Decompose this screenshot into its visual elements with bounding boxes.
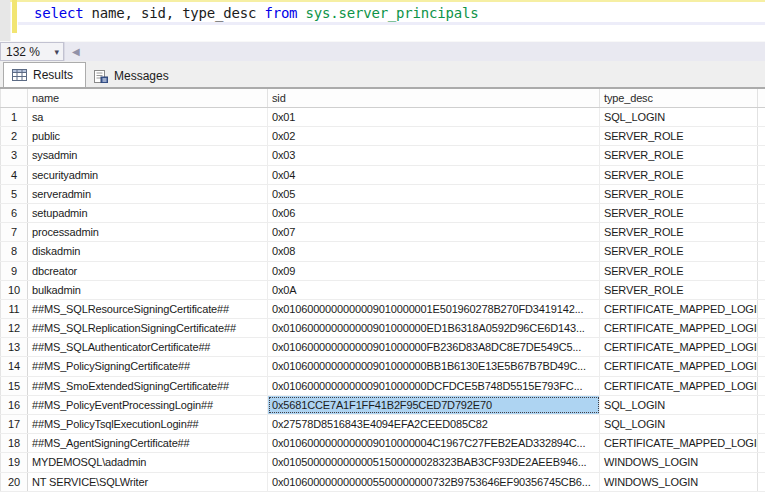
row-number[interactable]: 10 bbox=[0, 281, 28, 299]
cell-name[interactable]: securityadmin bbox=[28, 166, 268, 184]
cell-name[interactable]: ##MS_SmoExtendedSigningCertificate## bbox=[28, 377, 268, 395]
cell-type-desc[interactable]: SERVER_ROLE bbox=[600, 166, 758, 184]
cell-name[interactable]: ##MS_PolicySigningCertificate## bbox=[28, 357, 268, 375]
cell-sid[interactable]: 0x05 bbox=[268, 185, 600, 203]
sql-system-object: sys.server_principals bbox=[306, 5, 479, 21]
cell-type-desc[interactable]: CERTIFICATE_MAPPED_LOGIN bbox=[600, 377, 758, 395]
cell-name[interactable]: ##MS_PolicyTsqlExecutionLogin## bbox=[28, 415, 268, 433]
ssms-query-results-window: select name, sid, type_desc from sys.ser… bbox=[0, 0, 765, 492]
cell-name[interactable]: ##MS_SQLResourceSigningCertificate## bbox=[28, 300, 268, 318]
cell-type-desc[interactable]: CERTIFICATE_MAPPED_LOGIN bbox=[600, 357, 758, 375]
column-header-type-desc[interactable]: type_desc bbox=[600, 89, 758, 107]
table-row: 14##MS_PolicySigningCertificate##0x01060… bbox=[0, 357, 765, 376]
horizontal-scrollbar[interactable]: ◀ bbox=[64, 42, 765, 61]
row-number[interactable]: 2 bbox=[0, 127, 28, 145]
cell-sid[interactable]: 0x03 bbox=[268, 146, 600, 164]
cell-name[interactable]: processadmin bbox=[28, 223, 268, 241]
zoom-level-dropdown[interactable]: 132 % ▾ bbox=[0, 42, 64, 61]
cell-sid[interactable]: 0x010600000000000901000000ED1B6318A0592D… bbox=[268, 319, 600, 337]
cell-name[interactable]: ##MS_AgentSigningCertificate## bbox=[28, 434, 268, 452]
query-editor[interactable]: select name, sid, type_desc from sys.ser… bbox=[0, 0, 765, 41]
row-number[interactable]: 3 bbox=[0, 146, 28, 164]
cell-sid[interactable]: 0x09 bbox=[268, 262, 600, 280]
cell-name[interactable]: MYDEMOSQL\adadmin bbox=[28, 453, 268, 471]
cell-name[interactable]: public bbox=[28, 127, 268, 145]
cell-type-desc[interactable]: CERTIFICATE_MAPPED_LOGIN bbox=[600, 319, 758, 337]
row-number[interactable]: 18 bbox=[0, 434, 28, 452]
cell-type-desc[interactable]: SQL_LOGIN bbox=[600, 108, 758, 126]
cell-sid[interactable]: 0x010600000000000901000000BB1B6130E13E5B… bbox=[268, 357, 600, 375]
row-number[interactable]: 19 bbox=[0, 453, 28, 471]
row-number[interactable]: 7 bbox=[0, 223, 28, 241]
row-number[interactable]: 11 bbox=[0, 300, 28, 318]
select-all-corner[interactable] bbox=[0, 89, 28, 107]
cell-type-desc[interactable]: WINDOWS_LOGIN bbox=[600, 473, 758, 491]
tab-messages[interactable]: Messages bbox=[86, 65, 181, 87]
cell-type-desc[interactable]: SERVER_ROLE bbox=[600, 185, 758, 203]
cell-type-desc[interactable]: CERTIFICATE_MAPPED_LOGIN bbox=[600, 300, 758, 318]
table-row: 13##MS_SQLAuthenticatorCertificate##0x01… bbox=[0, 338, 765, 357]
cell-name[interactable]: ##MS_SQLReplicationSigningCertificate## bbox=[28, 319, 268, 337]
cell-sid[interactable]: 0x0A bbox=[268, 281, 600, 299]
row-number[interactable]: 1 bbox=[0, 108, 28, 126]
cell-sid[interactable]: 0x04 bbox=[268, 166, 600, 184]
scroll-left-icon[interactable]: ◀ bbox=[72, 47, 80, 57]
cell-sid[interactable]: 0x5681CCE7A1F1FF41B2F95CED7D792E70 bbox=[268, 396, 600, 414]
cell-sid[interactable]: 0x01 bbox=[268, 108, 600, 126]
cell-type-desc[interactable]: CERTIFICATE_MAPPED_LOGIN bbox=[600, 434, 758, 452]
row-number[interactable]: 6 bbox=[0, 204, 28, 222]
cell-sid[interactable]: 0x0106000000000009010000004C1967C27FEB2E… bbox=[268, 434, 600, 452]
sql-query-line[interactable]: select name, sid, type_desc from sys.ser… bbox=[34, 4, 478, 22]
cell-name[interactable]: diskadmin bbox=[28, 242, 268, 260]
cell-type-desc[interactable]: SERVER_ROLE bbox=[600, 281, 758, 299]
cell-name[interactable]: NT SERVICE\SQLWriter bbox=[28, 473, 268, 491]
cell-name[interactable]: dbcreator bbox=[28, 262, 268, 280]
row-number[interactable]: 4 bbox=[0, 166, 28, 184]
cell-type-desc[interactable]: CERTIFICATE_MAPPED_LOGIN bbox=[600, 338, 758, 356]
row-number[interactable]: 8 bbox=[0, 242, 28, 260]
row-number[interactable]: 14 bbox=[0, 357, 28, 375]
cell-name[interactable]: ##MS_SQLAuthenticatorCertificate## bbox=[28, 338, 268, 356]
cell-type-desc[interactable]: SERVER_ROLE bbox=[600, 204, 758, 222]
table-row: 7processadmin0x07SERVER_ROLE bbox=[0, 223, 765, 242]
cell-sid[interactable]: 0x010600000000000901000000FB236D83A8DC8E… bbox=[268, 338, 600, 356]
cell-sid[interactable]: 0x27578D8516843E4094EFA2CEED085C82 bbox=[268, 415, 600, 433]
column-header-name[interactable]: name bbox=[28, 89, 268, 107]
cell-type-desc[interactable]: SQL_LOGIN bbox=[600, 396, 758, 414]
tab-results[interactable]: Results bbox=[3, 62, 86, 87]
cell-type-desc[interactable]: SERVER_ROLE bbox=[600, 146, 758, 164]
editor-status-strip: 132 % ▾ ◀ bbox=[0, 41, 765, 61]
cell-type-desc[interactable]: SERVER_ROLE bbox=[600, 127, 758, 145]
row-number[interactable]: 15 bbox=[0, 377, 28, 395]
row-number[interactable]: 12 bbox=[0, 319, 28, 337]
table-row: 17##MS_PolicyTsqlExecutionLogin##0x27578… bbox=[0, 415, 765, 434]
cell-type-desc[interactable]: WINDOWS_LOGIN bbox=[600, 453, 758, 471]
cell-sid[interactable]: 0x0106000000000009010000001E501960278B27… bbox=[268, 300, 600, 318]
cell-sid[interactable]: 0x010600000000000901000000DCFDCE5B748D55… bbox=[268, 377, 600, 395]
row-number[interactable]: 13 bbox=[0, 338, 28, 356]
cell-type-desc[interactable]: SERVER_ROLE bbox=[600, 242, 758, 260]
cell-sid[interactable]: 0x0106000000000005500000000732B9753646EF… bbox=[268, 473, 600, 491]
cell-name[interactable]: bulkadmin bbox=[28, 281, 268, 299]
cell-name[interactable]: setupadmin bbox=[28, 204, 268, 222]
cell-type-desc[interactable]: SERVER_ROLE bbox=[600, 262, 758, 280]
table-row: 1sa0x01SQL_LOGIN bbox=[0, 108, 765, 127]
column-header-sid[interactable]: sid bbox=[268, 89, 600, 107]
cell-sid[interactable]: 0x02 bbox=[268, 127, 600, 145]
cell-sid[interactable]: 0x07 bbox=[268, 223, 600, 241]
cell-name[interactable]: sa bbox=[28, 108, 268, 126]
row-number[interactable]: 17 bbox=[0, 415, 28, 433]
cell-name[interactable]: sysadmin bbox=[28, 146, 268, 164]
row-number[interactable]: 20 bbox=[0, 473, 28, 491]
cell-sid[interactable]: 0x08 bbox=[268, 242, 600, 260]
cell-sid[interactable]: 0x01050000000000051500000028323BAB3CF93D… bbox=[268, 453, 600, 471]
row-number[interactable]: 5 bbox=[0, 185, 28, 203]
table-row: 20NT SERVICE\SQLWriter0x0106000000000005… bbox=[0, 473, 765, 492]
cell-type-desc[interactable]: SQL_LOGIN bbox=[600, 415, 758, 433]
row-number[interactable]: 9 bbox=[0, 262, 28, 280]
cell-name[interactable]: serveradmin bbox=[28, 185, 268, 203]
row-number[interactable]: 16 bbox=[0, 396, 28, 414]
cell-name[interactable]: ##MS_PolicyEventProcessingLogin## bbox=[28, 396, 268, 414]
cell-type-desc[interactable]: SERVER_ROLE bbox=[600, 223, 758, 241]
cell-sid[interactable]: 0x06 bbox=[268, 204, 600, 222]
